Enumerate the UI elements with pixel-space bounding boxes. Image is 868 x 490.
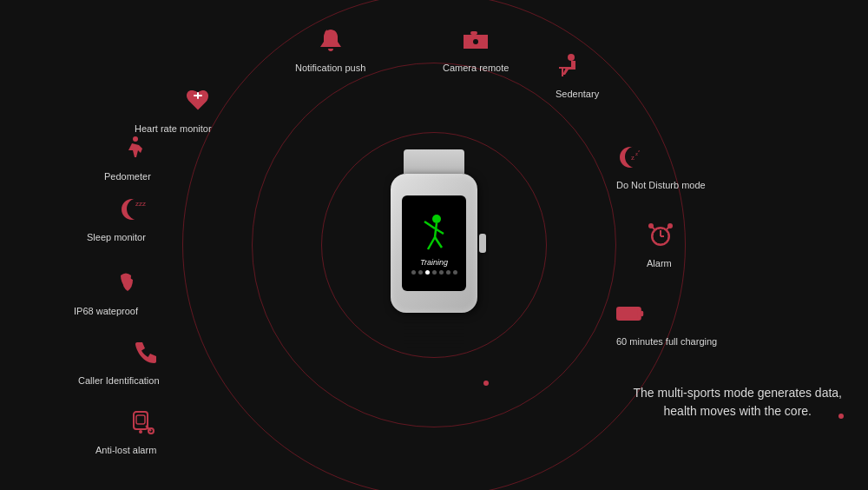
- heart-rate-icon: [184, 87, 212, 121]
- watch-dots: [411, 270, 457, 275]
- caption-line2: health moves with the core.: [664, 404, 812, 418]
- antilost-icon: [128, 408, 156, 442]
- pedometer-label: Pedometer: [104, 171, 151, 182]
- feature-heart-rate: Heart rate monitor: [135, 87, 212, 134]
- dot-5: [439, 270, 444, 275]
- svg-text:zzz: zzz: [135, 200, 146, 208]
- dot-2: [418, 270, 423, 275]
- svg-line-4: [428, 237, 435, 249]
- watch: Training: [382, 149, 486, 341]
- svg-point-16: [473, 39, 478, 44]
- disturb-icon: z z z: [616, 143, 644, 177]
- camera-icon: [462, 26, 490, 60]
- notification-icon: [317, 26, 345, 60]
- watch-screen: Training: [402, 195, 466, 291]
- feature-sleep: zzz Sleep monitor: [87, 195, 146, 242]
- watch-band-top: [404, 149, 464, 174]
- svg-line-32: [667, 226, 670, 229]
- svg-rect-35: [641, 311, 643, 316]
- feature-antilost: Anti-lost alarm: [95, 408, 156, 455]
- pedometer-icon: [123, 135, 151, 169]
- heart-rate-label: Heart rate monitor: [135, 123, 212, 134]
- caller-icon: [132, 339, 160, 373]
- dot-4: [432, 270, 437, 275]
- alarm-icon: [647, 222, 674, 255]
- charging-label: 60 minutes full charging: [616, 336, 717, 347]
- feature-waterproof: IP68 wateproof: [74, 269, 138, 316]
- svg-point-18: [483, 36, 485, 39]
- svg-point-8: [133, 136, 138, 142]
- svg-line-5: [435, 237, 442, 248]
- waterproof-icon: [110, 269, 138, 303]
- caller-label: Caller Identification: [78, 375, 160, 386]
- watch-band-bottom: [404, 313, 464, 348]
- svg-text:z: z: [631, 153, 635, 162]
- svg-text:z: z: [638, 149, 641, 153]
- feature-camera: Camera remote: [443, 26, 509, 73]
- svg-point-19: [568, 54, 575, 61]
- page-container: Training Heart rate: [0, 0, 868, 490]
- feature-alarm: Alarm: [647, 222, 674, 268]
- caption-line1: The multi-sports mode generates data,: [634, 386, 842, 400]
- charging-icon: [616, 300, 644, 334]
- sedentary-label: Sedentary: [556, 89, 599, 99]
- feature-notification: Notification push: [295, 26, 365, 73]
- svg-rect-34: [618, 308, 637, 318]
- exercise-figure: [418, 213, 450, 258]
- watch-screen-label: Training: [420, 258, 448, 267]
- dot-6: [446, 270, 450, 275]
- feature-pedometer: Pedometer: [104, 135, 151, 182]
- sedentary-icon: [556, 52, 583, 86]
- sleep-icon: zzz: [118, 195, 146, 229]
- svg-point-0: [432, 215, 441, 223]
- alarm-label: Alarm: [647, 258, 672, 268]
- svg-rect-7: [197, 92, 199, 99]
- disturb-label: Do Not Disturb mode: [616, 180, 706, 190]
- dot-right-edge: [838, 414, 844, 419]
- notification-label: Notification push: [295, 63, 365, 73]
- camera-label: Camera remote: [443, 63, 509, 73]
- svg-rect-11: [136, 415, 145, 424]
- dot-3: [425, 270, 430, 275]
- dot-watch-right: [483, 381, 489, 386]
- dot-1: [411, 270, 416, 275]
- feature-caller: Caller Identification: [78, 339, 160, 386]
- sleep-label: Sleep monitor: [87, 232, 146, 242]
- feature-disturb: z z z Do Not Disturb mode: [616, 143, 706, 190]
- watch-body: Training: [391, 174, 477, 313]
- svg-line-2: [424, 222, 435, 228]
- feature-sedentary: Sedentary: [556, 52, 599, 99]
- waterproof-label: IP68 wateproof: [74, 306, 138, 316]
- svg-point-12: [139, 430, 142, 434]
- caption-text: The multi-sports mode generates data, he…: [634, 384, 842, 420]
- svg-line-31: [651, 226, 654, 229]
- watch-button: [479, 234, 486, 253]
- feature-charging: 60 minutes full charging: [616, 300, 717, 347]
- antilost-label: Anti-lost alarm: [95, 445, 156, 455]
- dot-7: [453, 270, 457, 275]
- svg-rect-17: [470, 31, 477, 35]
